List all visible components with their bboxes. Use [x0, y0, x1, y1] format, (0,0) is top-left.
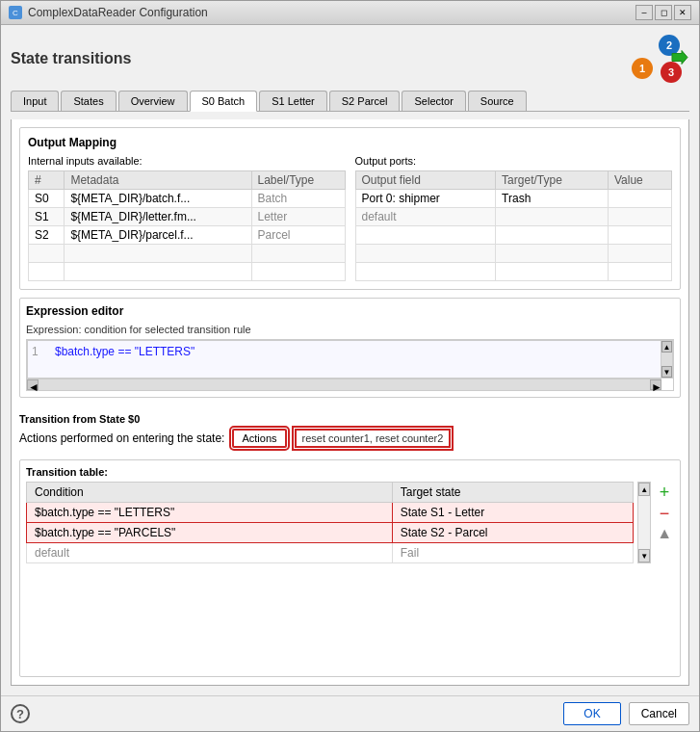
tab-overview[interactable]: Overview	[118, 91, 188, 111]
table-row	[355, 245, 672, 263]
col-target-state: Target state	[392, 483, 633, 503]
cell-meta: ${META_DIR}/parcel.f...	[65, 226, 251, 245]
actions-text: reset counter1, reset counter2	[295, 429, 452, 448]
table-row: S1 ${META_DIR}/letter.fm... Letter	[29, 208, 346, 226]
tab-selector[interactable]: Selector	[402, 91, 465, 111]
cell-label: Letter	[251, 208, 345, 226]
col-output-field: Output field	[355, 171, 496, 190]
ok-button[interactable]: OK	[563, 702, 620, 725]
transition-from-section: Transition from State $0 Actions perform…	[19, 405, 681, 452]
table-row[interactable]: default Fail	[27, 543, 634, 563]
col-condition: Condition	[27, 483, 393, 503]
col-target-type: Target/Type	[496, 171, 609, 190]
output-mapping-section: Output Mapping Internal inputs available…	[19, 127, 681, 290]
trans-scroll-down[interactable]: ▼	[638, 549, 650, 562]
minimize-btn[interactable]: –	[635, 5, 653, 20]
table-row[interactable]: $batch.type == "PARCELS" State S2 - Parc…	[27, 523, 634, 543]
title-bar-controls: – ◻ ✕	[635, 5, 691, 20]
cell-target: Trash	[496, 190, 609, 208]
close-btn[interactable]: ✕	[674, 5, 691, 20]
restore-btn[interactable]: ◻	[655, 5, 672, 20]
table-row: default	[355, 208, 672, 226]
tab-s2-parcel[interactable]: S2 Parcel	[329, 91, 401, 111]
expression-subtitle: Expression: condition for selected trans…	[26, 324, 674, 335]
cell-condition: $batch.type == "PARCELS"	[27, 523, 393, 543]
internal-inputs-label: Internal inputs available:	[28, 155, 346, 167]
col-num: #	[29, 171, 65, 190]
tab-s1-letter[interactable]: S1 Letter	[259, 91, 327, 111]
window-title: ComplexDataReader Configuration	[28, 6, 208, 19]
horiz-right-btn[interactable]: ►	[650, 379, 661, 390]
tab-input[interactable]: Input	[11, 91, 59, 111]
scrollbar-up-btn[interactable]: ▲	[661, 341, 672, 353]
output-mapping-title: Output Mapping	[28, 136, 672, 149]
expr-scrollbar[interactable]: ▲ ▼	[661, 341, 672, 378]
col-labeltype: Label/Type	[251, 171, 345, 190]
output-ports-sub: Output ports: Output field Target/Type V…	[355, 155, 673, 281]
transition-side-buttons: + − ▲	[655, 482, 674, 563]
cell-condition: default	[27, 543, 393, 563]
scrollbar-down-btn[interactable]: ▼	[661, 366, 672, 378]
cell-target: Fail	[392, 543, 633, 563]
orange-icon: 1	[632, 58, 653, 79]
table-row	[355, 226, 672, 245]
horiz-scrollbar[interactable]: ◄ ►	[27, 379, 661, 390]
scrollbar-thumb	[661, 353, 672, 366]
cell-target	[496, 208, 609, 226]
trans-scroll-track	[638, 496, 650, 549]
cell-target: State S1 - Letter	[392, 503, 633, 523]
cell-label: Parcel	[251, 226, 345, 245]
cell-meta: ${META_DIR}/letter.fm...	[65, 208, 251, 226]
table-row: S2 ${META_DIR}/parcel.f... Parcel	[29, 226, 346, 245]
table-row: S0 ${META_DIR}/batch.f... Batch	[29, 190, 346, 208]
tab-s0-batch[interactable]: S0 Batch	[190, 91, 258, 112]
main-window: C ComplexDataReader Configuration – ◻ ✕ …	[0, 0, 700, 732]
horiz-left-btn[interactable]: ◄	[27, 379, 39, 390]
cancel-button[interactable]: Cancel	[629, 702, 689, 725]
output-ports-label: Output ports:	[355, 155, 673, 167]
title-bar: C ComplexDataReader Configuration – ◻ ✕	[1, 1, 699, 25]
internal-inputs-table: # Metadata Label/Type S0 ${META_DIR}/bat…	[28, 170, 346, 281]
cell-target: State S2 - Parcel	[392, 523, 633, 543]
main-content: State transitions 2 1 3 Input States Ove…	[1, 25, 699, 695]
tab-source[interactable]: Source	[468, 91, 527, 111]
arrow-icon	[668, 47, 689, 71]
app-icon: C	[9, 6, 22, 19]
trans-table-container: Condition Target state $batch.type == "L…	[26, 482, 634, 563]
cell-label: Batch	[251, 190, 345, 208]
expression-editor-title: Expression editor	[26, 304, 674, 318]
title-bar-left: C ComplexDataReader Configuration	[9, 6, 208, 19]
transition-table-wrapper: Condition Target state $batch.type == "L…	[26, 482, 674, 563]
table-row: Port 0: shipmer Trash	[355, 190, 672, 208]
tab-bar: Input States Overview S0 Batch S1 Letter…	[11, 91, 689, 112]
cell-num: S1	[29, 208, 65, 226]
transition-from-label: Transition from State $0	[19, 413, 681, 425]
tab-states[interactable]: States	[61, 91, 116, 111]
remove-row-button[interactable]: −	[657, 505, 672, 522]
page-title: State transitions	[11, 50, 131, 67]
table-row	[29, 245, 346, 263]
transition-table: Condition Target state $batch.type == "L…	[26, 482, 634, 563]
internal-inputs-sub: Internal inputs available: # Metadata La…	[28, 155, 346, 281]
actions-performed-label: Actions performed on entering the state:	[19, 431, 224, 445]
cell-meta: ${META_DIR}/batch.f...	[65, 190, 251, 208]
cell-field: default	[355, 208, 496, 226]
table-row	[355, 263, 672, 281]
cell-value	[608, 190, 671, 208]
actions-row: Actions performed on entering the state:…	[19, 429, 681, 448]
help-icon[interactable]: ?	[11, 704, 30, 723]
cell-num: S0	[29, 190, 65, 208]
actions-button[interactable]: Actions	[232, 429, 286, 448]
transition-table-title: Transition table:	[26, 466, 674, 478]
add-row-button[interactable]: +	[657, 484, 672, 501]
cell-num: S2	[29, 226, 65, 245]
trans-scroll-up[interactable]: ▲	[638, 483, 650, 496]
move-up-button[interactable]: ▲	[657, 526, 672, 541]
table-row[interactable]: $batch.type == "LETTERS" State S1 - Lett…	[27, 503, 634, 523]
expression-input[interactable]: 1 $batch.type == "LETTERS" ▲ ▼	[27, 340, 673, 379]
transition-table-scrollbar[interactable]: ▲ ▼	[637, 482, 651, 563]
output-mapping-body: Internal inputs available: # Metadata La…	[28, 155, 672, 281]
cell-field: Port 0: shipmer	[355, 190, 496, 208]
table-header-row: Condition Target state	[27, 483, 634, 503]
expression-code: $batch.type == "LETTERS"	[55, 345, 194, 358]
